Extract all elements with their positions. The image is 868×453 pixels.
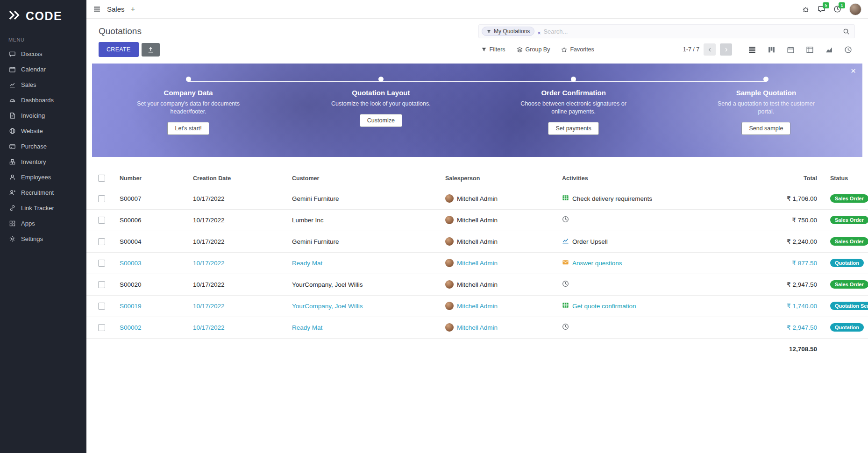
creation-date: 10/17/2022	[191, 252, 290, 274]
search-bar[interactable]: My Quotations ×	[478, 24, 855, 38]
current-app-name[interactable]: Sales	[107, 5, 125, 13]
quotation-number[interactable]: S00004	[118, 231, 191, 252]
group-by-button[interactable]: Group By	[517, 46, 550, 53]
facet-remove-button[interactable]: ×	[537, 30, 541, 36]
table-row[interactable]: S00004 10/17/2022 Gemini Furniture Mitch…	[86, 231, 868, 252]
bug-icon[interactable]	[802, 5, 810, 13]
status-badge: Quotation	[830, 323, 864, 332]
column-header-customer[interactable]: Customer	[290, 169, 443, 188]
table-row[interactable]: S00003 10/17/2022 Ready Mat Mitchell Adm…	[86, 252, 868, 274]
table-row[interactable]: S00019 10/17/2022 YourCompany, Joel Will…	[86, 295, 868, 317]
search-facet[interactable]: My Quotations	[482, 27, 534, 36]
row-checkbox[interactable]	[98, 217, 105, 224]
sidebar-item-purchase[interactable]: Purchase	[0, 139, 86, 154]
sidebar-item-link-tracker[interactable]: Link Tracker	[0, 200, 86, 216]
kanban-view-button[interactable]	[768, 46, 776, 54]
onboarding-step-company-data: Company Data Set your company's data for…	[92, 77, 285, 157]
sidebar-item-invoicing[interactable]: Invoicing	[0, 108, 86, 123]
table-row[interactable]: S00002 10/17/2022 Ready Mat Mitchell Adm…	[86, 317, 868, 338]
table-row[interactable]: S00006 10/17/2022 Lumber Inc Mitchell Ad…	[86, 209, 868, 231]
quotation-number[interactable]: S00002	[118, 317, 191, 338]
table-row[interactable]: S00020 10/17/2022 YourCompany, Joel Will…	[86, 274, 868, 295]
sidebar-item-calendar[interactable]: Calendar	[0, 62, 86, 77]
activity-clock-icon[interactable]: 1	[833, 5, 841, 13]
banner-close-button[interactable]: ×	[851, 66, 856, 75]
user-avatar[interactable]	[849, 3, 861, 15]
pivot-view-button[interactable]	[806, 46, 814, 54]
activity-label[interactable]: Get quote confirmation	[572, 303, 636, 310]
hamburger-menu-icon[interactable]	[93, 5, 101, 13]
sidebar-item-settings[interactable]: Settings	[0, 231, 86, 247]
person-plus-icon	[8, 189, 16, 196]
activity-view-button[interactable]	[844, 46, 852, 54]
status-badge: Quotation Sent	[830, 302, 868, 310]
spreadsheet-icon[interactable]	[562, 302, 569, 310]
messages-badge: 5	[823, 2, 829, 8]
page-title: Quotations	[99, 26, 142, 36]
graph-view-button[interactable]	[825, 46, 833, 54]
sidebar-item-employees[interactable]: Employees	[0, 170, 86, 185]
menu-section-label: MENU	[0, 29, 86, 46]
salesperson-avatar	[445, 323, 454, 332]
row-checkbox[interactable]	[98, 238, 105, 245]
add-tab-button[interactable]: +	[131, 5, 135, 14]
row-checkbox[interactable]	[98, 260, 105, 267]
row-checkbox[interactable]	[98, 195, 105, 202]
set-payments-button[interactable]: Set payments	[548, 122, 598, 135]
quotation-number[interactable]: S00006	[118, 209, 191, 231]
chat-icon	[8, 50, 16, 57]
create-button[interactable]: CREATE	[99, 42, 139, 57]
control-panel: Quotations My Quotations ×	[86, 19, 868, 38]
column-header-status[interactable]: Status	[828, 169, 868, 188]
pager-previous-button[interactable]	[704, 43, 716, 56]
row-checkbox[interactable]	[98, 303, 105, 310]
search-facet-label: My Quotations	[494, 28, 530, 35]
sidebar-item-apps[interactable]: Apps	[0, 216, 86, 231]
sidebar-item-inventory[interactable]: Inventory	[0, 154, 86, 170]
envelope-icon[interactable]	[562, 259, 569, 267]
sidebar-item-sales[interactable]: Sales	[0, 77, 86, 92]
row-checkbox[interactable]	[98, 324, 105, 331]
table-row[interactable]: S00007 10/17/2022 Gemini Furniture Mitch…	[86, 188, 868, 209]
sum-total: 12,708.50	[740, 338, 828, 360]
calendar-view-button[interactable]	[787, 46, 795, 54]
clock-icon[interactable]	[562, 323, 569, 332]
send-sample-button[interactable]: Send sample	[741, 122, 790, 135]
line-chart-icon[interactable]	[562, 237, 569, 246]
customer-name: YourCompany, Joel Willis	[290, 274, 443, 295]
sidebar-item-discuss[interactable]: Discuss	[0, 46, 86, 62]
row-checkbox[interactable]	[98, 281, 105, 288]
quotation-number[interactable]: S00003	[118, 252, 191, 274]
column-header-creation-date[interactable]: Creation Date	[191, 169, 290, 188]
pager-next-button[interactable]	[720, 43, 732, 56]
clock-icon[interactable]	[562, 216, 569, 224]
activity-label[interactable]: Order Upsell	[572, 238, 608, 245]
sidebar-item-dashboards[interactable]: Dashboards	[0, 92, 86, 108]
column-header-total[interactable]: Total	[740, 169, 828, 188]
topbar: Sales + 5 1	[86, 0, 868, 19]
spreadsheet-icon[interactable]	[562, 194, 569, 203]
favorites-button[interactable]: Favorites	[561, 46, 594, 53]
quotation-number[interactable]: S00007	[118, 188, 191, 209]
clock-icon[interactable]	[562, 280, 569, 289]
search-input[interactable]	[543, 28, 840, 35]
sidebar-item-recruitment[interactable]: Recruitment	[0, 185, 86, 200]
filters-label: Filters	[490, 46, 505, 53]
column-header-number[interactable]: Number	[118, 169, 191, 188]
column-header-salesperson[interactable]: Salesperson	[443, 169, 560, 188]
messages-icon[interactable]: 5	[818, 5, 825, 13]
pivot-view-icon	[806, 46, 814, 54]
import-button[interactable]	[142, 43, 160, 57]
quotation-number[interactable]: S00019	[118, 295, 191, 317]
quotation-number[interactable]: S00020	[118, 274, 191, 295]
search-icon[interactable]	[843, 28, 850, 35]
sidebar-item-website[interactable]: Website	[0, 123, 86, 139]
customize-button[interactable]: Customize	[360, 114, 402, 127]
column-header-activities[interactable]: Activities	[560, 169, 740, 188]
lets-start-button[interactable]: Let's start!	[167, 122, 209, 135]
list-view-button[interactable]	[748, 45, 756, 54]
select-all-checkbox[interactable]	[98, 175, 105, 182]
activity-label[interactable]: Answer questions	[572, 260, 622, 267]
activity-label[interactable]: Check delivery requirements	[572, 195, 652, 202]
filters-button[interactable]: Filters	[481, 46, 505, 53]
